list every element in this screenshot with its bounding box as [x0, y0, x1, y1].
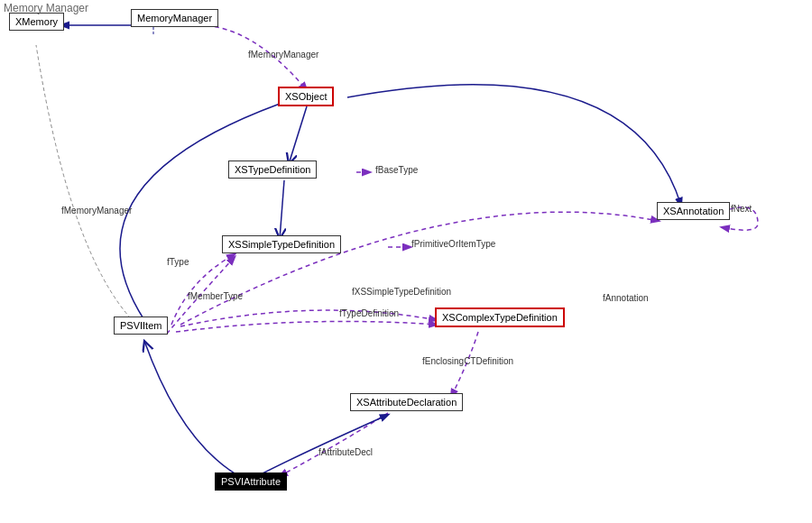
- svg-line-1: [289, 106, 307, 164]
- node-xssimpletypedefinition: XSSimpleTypeDefinition: [222, 235, 341, 253]
- label-fprimitivetype: fPrimitiveOrItemType: [411, 239, 495, 249]
- node-xsannotation: XSAnnotation: [657, 202, 730, 220]
- label-fnext: fNext: [731, 204, 752, 214]
- label-fmemorymanager2: fMemoryManager: [61, 206, 132, 216]
- node-xsattributedeclaration: XSAttributeDeclaration: [350, 393, 463, 411]
- label-ftypedef: fTypeDefinition: [339, 308, 399, 318]
- label-fattributedecl: fAttributeDecl: [318, 447, 373, 457]
- page-title: Memory Manager: [0, 0, 92, 16]
- node-psviattribute: PSVIAttribute: [215, 473, 287, 491]
- label-fmembertype: fMemberType: [188, 291, 243, 301]
- node-xstypedefinition: XSTypeDefinition: [228, 161, 317, 179]
- node-xsobject: XSObject: [278, 87, 334, 106]
- label-fannotation: fAnnotation: [603, 293, 649, 303]
- node-memorymanager: MemoryManager: [131, 9, 218, 27]
- label-fenclosingct: fEnclosingCTDefinition: [422, 356, 513, 366]
- node-xscomplextypedefinition: XSComplexTypeDefinition: [435, 307, 565, 327]
- label-fxssimpletypedef: fXSSimpleTypeDefinition: [352, 287, 451, 297]
- label-fmemorymanager1: fMemoryManager: [248, 50, 318, 60]
- label-ftype: fType: [167, 257, 189, 267]
- svg-line-2: [280, 180, 284, 239]
- node-psviitem: PSVIItem: [114, 317, 168, 335]
- diagram-container: XMemory MemoryManager XSObject XSTypeDef…: [0, 0, 812, 523]
- label-fbasetype: fBaseType: [375, 165, 418, 175]
- arrows-svg: [0, 0, 812, 523]
